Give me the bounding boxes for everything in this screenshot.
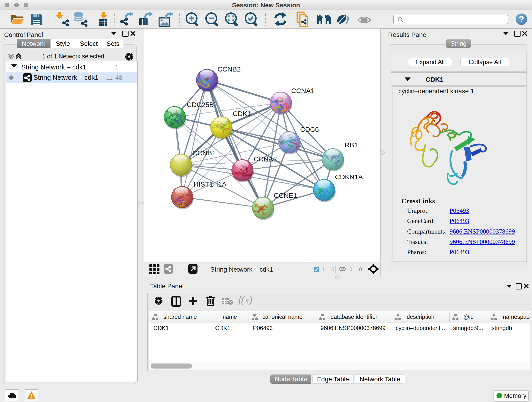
svg-text:RB1: RB1 (345, 141, 358, 149)
svg-text:CCNA1: CCNA1 (291, 87, 315, 95)
svg-text:CCNB1: CCNB1 (192, 149, 216, 157)
svg-text:HIST1H1A: HIST1H1A (194, 180, 226, 188)
svg-text:CCNA2: CCNA2 (254, 155, 277, 163)
svg-text:CDK1: CDK1 (233, 110, 251, 117)
svg-text:CDKN1A: CDKN1A (335, 173, 363, 181)
svg-text:CDC25B: CDC25B (187, 101, 214, 108)
svg-text:CCNB2: CCNB2 (217, 65, 241, 73)
svg-text:CDC6: CDC6 (300, 126, 319, 133)
svg-text:CCNE1: CCNE1 (274, 191, 297, 199)
